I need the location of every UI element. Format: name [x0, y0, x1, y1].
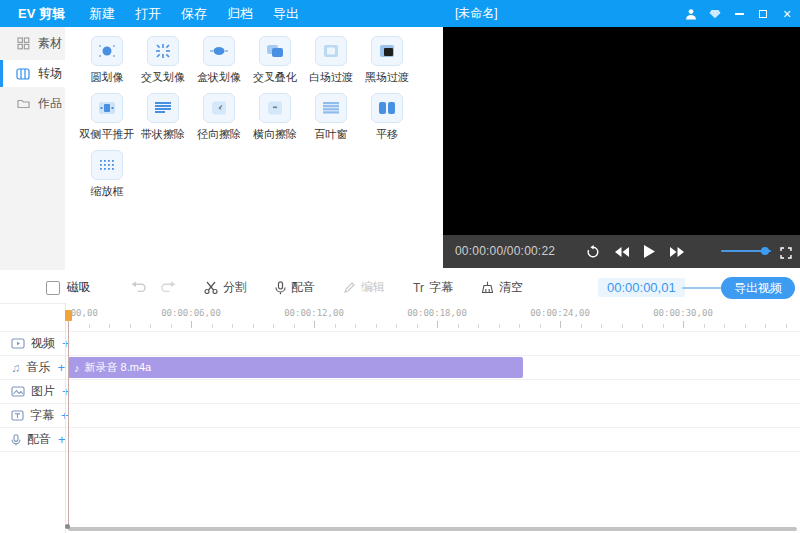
- black-fade-icon: [377, 43, 397, 59]
- play-icon: [644, 245, 655, 258]
- transition-label: 黑场过渡: [365, 70, 409, 85]
- track-subtitle[interactable]: 字幕 +: [0, 404, 800, 428]
- snap-toggle[interactable]: 磁吸: [46, 279, 91, 296]
- pan-icon: [377, 100, 397, 116]
- transition-button[interactable]: [259, 36, 291, 66]
- track-head: 图片 +: [0, 380, 65, 403]
- menu-new[interactable]: 新建: [89, 5, 115, 23]
- undo-button[interactable]: [131, 279, 147, 297]
- transition-button[interactable]: [147, 36, 179, 66]
- transition-white-fade: 白场过渡: [303, 36, 359, 85]
- transition-label: 缩放框: [91, 184, 124, 199]
- track-head: 配音 +: [0, 428, 65, 451]
- user-icon: [685, 8, 697, 20]
- transition-button[interactable]: [91, 93, 123, 123]
- export-video-button[interactable]: 导出视频: [721, 277, 795, 299]
- band-wipe-icon: [153, 100, 173, 116]
- menu-export[interactable]: 导出: [273, 5, 299, 23]
- subtitle-button[interactable]: Tr 字幕: [413, 279, 453, 296]
- grid-icon: [16, 37, 30, 50]
- music-note-icon: ♪: [74, 362, 80, 374]
- add-music-button[interactable]: +: [57, 360, 65, 375]
- music-track-icon: ♫: [11, 362, 20, 374]
- app-logo: EV 剪辑: [18, 5, 65, 23]
- replay-button[interactable]: [586, 245, 600, 259]
- split-label: 分割: [223, 279, 247, 296]
- horizontal-scrollbar[interactable]: [68, 527, 797, 531]
- transition-button[interactable]: [259, 93, 291, 123]
- transition-button[interactable]: [91, 36, 123, 66]
- minimize-icon: [735, 13, 744, 15]
- close-button[interactable]: ×: [780, 6, 794, 22]
- sidebar-item-transitions[interactable]: 转场: [0, 60, 65, 87]
- transition-blinds: 百叶窗: [303, 93, 359, 142]
- volume-slider[interactable]: [721, 250, 771, 252]
- white-fade-icon: [321, 43, 341, 59]
- transition-button[interactable]: [371, 36, 403, 66]
- edit-toolbar: 磁吸 分割 配音 编辑 Tr 字幕 清空: [0, 272, 800, 304]
- transition-button[interactable]: [315, 36, 347, 66]
- transition-cross-wipe: 交叉划像: [135, 36, 191, 85]
- app-window: EV 剪辑 新建 打开 保存 归档 导出 [未命名] × 素材: [0, 0, 800, 533]
- maximize-button[interactable]: [756, 6, 770, 22]
- preview-timecode: 00:00:00/00:00:22: [455, 244, 555, 258]
- track-label: 图片: [31, 383, 55, 400]
- transition-button[interactable]: [315, 93, 347, 123]
- snap-checkbox[interactable]: [46, 281, 60, 295]
- transition-button[interactable]: [203, 36, 235, 66]
- edit-button[interactable]: 编辑: [343, 279, 385, 296]
- minimize-button[interactable]: [732, 6, 746, 22]
- transition-label: 圆划像: [91, 70, 124, 85]
- menu-open[interactable]: 打开: [135, 5, 161, 23]
- video-track-icon: [11, 338, 25, 349]
- subtitle-label: 字幕: [429, 279, 453, 296]
- close-icon: ×: [783, 7, 791, 21]
- timeline-tracks: 视频 + ♫ 音乐 + 图片 +: [0, 331, 800, 452]
- timeline-ruler[interactable]: 00:00:00,00 00:00:06,00 00:00:12,00 00:0…: [65, 303, 800, 331]
- audio-clip[interactable]: ♪ 新录音 8.m4a: [68, 357, 523, 378]
- play-button[interactable]: [644, 245, 655, 258]
- menu-archive[interactable]: 归档: [227, 5, 253, 23]
- horizontal-wipe-icon: [265, 100, 285, 116]
- fullscreen-button[interactable]: [780, 245, 792, 263]
- redo-button[interactable]: [160, 279, 176, 297]
- gem-icon: [709, 9, 721, 19]
- transition-label: 盒状划像: [197, 70, 241, 85]
- transition-button[interactable]: [147, 93, 179, 123]
- transition-cross-dissolve: 交叉叠化: [247, 36, 303, 85]
- cross-wipe-icon: [153, 43, 173, 59]
- transition-black-fade: 黑场过渡: [359, 36, 415, 85]
- user-button[interactable]: [684, 6, 698, 22]
- pencil-icon: [343, 281, 356, 294]
- menu-save[interactable]: 保存: [181, 5, 207, 23]
- sidebar-item-material[interactable]: 素材: [0, 30, 65, 57]
- transition-button[interactable]: [203, 93, 235, 123]
- volume-knob[interactable]: [761, 247, 769, 255]
- clear-icon: [481, 281, 494, 294]
- split-button[interactable]: 分割: [204, 279, 247, 296]
- sidebar-item-works[interactable]: 作品: [0, 90, 65, 117]
- box-wipe-icon: [209, 43, 229, 59]
- rewind-icon: [615, 247, 629, 257]
- rewind-button[interactable]: [615, 247, 629, 257]
- vip-button[interactable]: [708, 6, 722, 22]
- transition-label: 交叉叠化: [253, 70, 297, 85]
- clear-button[interactable]: 清空: [481, 279, 523, 296]
- track-image[interactable]: 图片 +: [0, 380, 800, 404]
- history-buttons: [131, 279, 176, 297]
- snap-label: 磁吸: [67, 279, 91, 296]
- mic-track-icon: [11, 434, 21, 446]
- sidebar: 素材 转场 作品: [0, 27, 65, 270]
- playhead-handle[interactable]: [65, 310, 72, 321]
- transition-label: 横向擦除: [253, 127, 297, 142]
- fast-forward-button[interactable]: [670, 247, 684, 257]
- track-label: 视频: [31, 335, 55, 352]
- track-dub[interactable]: 配音 +: [0, 428, 800, 452]
- track-label: 音乐: [26, 359, 50, 376]
- transition-button[interactable]: [371, 93, 403, 123]
- transition-box-wipe: 盒状划像: [191, 36, 247, 85]
- track-video[interactable]: 视频 +: [0, 332, 800, 356]
- subtitle-track-icon: [11, 410, 24, 421]
- dub-button[interactable]: 配音: [275, 279, 315, 296]
- transition-button[interactable]: [91, 150, 123, 180]
